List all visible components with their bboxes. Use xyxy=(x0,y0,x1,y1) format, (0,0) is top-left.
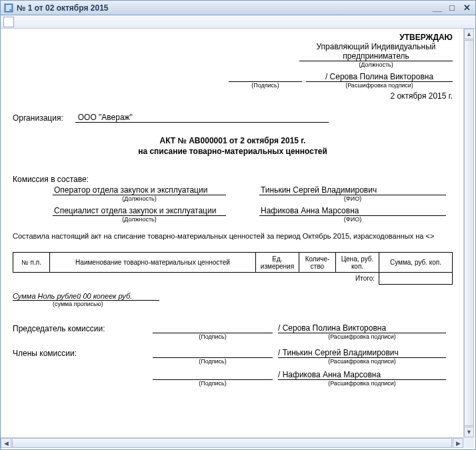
sum-words-value: Сумма Ноль рублей 00 копеек руб. xyxy=(13,292,159,301)
total-label: Итого: xyxy=(336,273,379,285)
sign-labels: (Подпись) (Расшифровка подписи) xyxy=(13,358,453,365)
name-label: (Расшифровка подписи) xyxy=(278,333,446,340)
scroll-corner xyxy=(463,437,474,448)
titlebar: № 1 от 02 октября 2015 __ □ ✕ xyxy=(1,1,475,15)
sum-words-row: Сумма Ноль рублей 00 копеек руб. xyxy=(13,291,453,301)
approve-sign-field xyxy=(229,72,302,82)
organization-row: Организация: ООО "Авераж" xyxy=(13,113,453,123)
sign-name: / Тинькин Сергей Владимирович xyxy=(278,348,446,358)
table-total-row: Итого: xyxy=(13,273,453,285)
scroll-up-icon[interactable]: ▲ xyxy=(464,29,474,39)
items-table: № п.п. Наименование товарно-материальных… xyxy=(13,252,453,285)
sign-labels: (Подпись) (Расшифровка подписи) xyxy=(13,333,453,340)
minimize-button[interactable]: __ xyxy=(431,3,443,13)
sign-label: (Подпись) xyxy=(153,333,273,340)
act-subtitle: на списание товарно-материальных ценност… xyxy=(13,147,453,156)
commission-member-labels: (Должность) (ФИО) xyxy=(13,195,453,202)
role-label: (Должность) xyxy=(53,195,226,202)
approve-position-label: (Должность) xyxy=(299,61,453,68)
commission-member-row: Оператор отдела закупок и эксплуатации Т… xyxy=(13,185,453,195)
org-value: ООО "Авераж" xyxy=(75,113,329,123)
toolbar xyxy=(1,15,475,29)
svg-rect-3 xyxy=(6,9,9,11)
sign-name: / Нафикова Анна Марсовна xyxy=(278,370,446,380)
sign-labels: (Подпись) (Расшифровка подписи) xyxy=(13,380,453,387)
th-price: Цена, руб. коп. xyxy=(336,253,379,273)
name-label: (Расшифровка подписи) xyxy=(278,380,446,387)
window-title: № 1 от 02 октября 2015 xyxy=(17,3,429,13)
th-qty: Количе-ство xyxy=(299,253,336,273)
horizontal-scrollbar[interactable]: ◀ ▶ xyxy=(1,437,463,448)
vertical-scrollbar[interactable]: ▲ ▼ xyxy=(463,29,474,437)
member-role: Оператор отдела закупок и эксплуатации xyxy=(53,185,226,195)
member-sign-line: / Нафикова Анна Марсовна xyxy=(13,370,453,380)
scroll-thumb[interactable] xyxy=(464,40,474,426)
scroll-right-icon[interactable]: ▶ xyxy=(453,438,463,448)
scroll-left-icon[interactable]: ◀ xyxy=(1,438,11,448)
signatures-section: Председатель комиссии: / Серова Полина В… xyxy=(13,323,453,387)
sign-name: / Серова Полина Викторовна xyxy=(278,323,446,333)
commission-member-row: Специалист отдела закупок и эксплуатации… xyxy=(13,206,453,216)
member-sign-line: Члены комиссии: / Тинькин Сергей Владими… xyxy=(13,348,453,358)
th-num: № п.п. xyxy=(13,253,50,273)
body-text: Составила настоящий акт на списание това… xyxy=(13,232,453,240)
maximize-button[interactable]: □ xyxy=(446,3,458,13)
approve-sign-label: (Подпись) xyxy=(229,82,302,89)
th-sum: Сумма, руб. коп. xyxy=(379,253,453,273)
approve-date: 2 октября 2015 г. xyxy=(13,91,453,101)
scroll-down-icon[interactable]: ▼ xyxy=(464,427,474,437)
commission-member-labels: (Должность) (ФИО) xyxy=(13,216,453,223)
fio-label: (ФИО) xyxy=(259,195,446,202)
chairman-label: Председатель комиссии: xyxy=(13,324,126,333)
fio-label: (ФИО) xyxy=(259,216,446,223)
scroll-thumb-h[interactable] xyxy=(12,438,452,448)
th-unit: Ед. измерения xyxy=(256,253,299,273)
approve-position: Управляющий Индивидуальный предпринимате… xyxy=(299,42,453,61)
window-frame: № 1 от 02 октября 2015 __ □ ✕ УТВЕРЖДАЮ … xyxy=(0,0,476,450)
document-area: УТВЕРЖДАЮ Управляющий Индивидуальный пре… xyxy=(1,29,475,449)
act-title: АКТ № АВ000001 от 2 октября 2015 г. xyxy=(13,136,453,145)
table-header-row: № п.п. Наименование товарно-материальных… xyxy=(13,253,453,273)
sign-label: (Подпись) xyxy=(153,380,273,387)
commission-label: Комиссия в составе: xyxy=(13,175,453,184)
sign-label: (Подпись) xyxy=(153,358,273,365)
member-role: Специалист отдела закупок и эксплуатации xyxy=(53,206,226,216)
approve-block: УТВЕРЖДАЮ Управляющий Индивидуальный пре… xyxy=(13,33,453,101)
member-name: Нафикова Анна Марсовна xyxy=(259,206,446,216)
th-name: Наименование товарно-материальных ценнос… xyxy=(50,253,256,273)
total-value xyxy=(379,273,453,285)
approve-name-label: (Расшифровка подписи) xyxy=(306,82,453,89)
app-icon xyxy=(3,3,14,13)
name-label: (Расшифровка подписи) xyxy=(278,358,446,365)
chairman-sign-line: Председатель комиссии: / Серова Полина В… xyxy=(13,323,453,333)
close-button[interactable]: ✕ xyxy=(461,3,473,13)
svg-rect-2 xyxy=(6,7,11,9)
member-name: Тинькин Сергей Владимирович xyxy=(259,185,446,195)
sum-words-label: (сумма прописью) xyxy=(13,301,453,307)
role-label: (Должность) xyxy=(53,216,226,223)
org-label: Организация: xyxy=(13,113,63,123)
members-label: Члены комиссии: xyxy=(13,349,126,358)
approve-name: / Серова Полина Викторовна xyxy=(306,72,453,82)
toolbar-button[interactable] xyxy=(3,17,14,27)
svg-rect-1 xyxy=(6,5,11,7)
approve-title: УТВЕРЖДАЮ xyxy=(13,33,453,42)
